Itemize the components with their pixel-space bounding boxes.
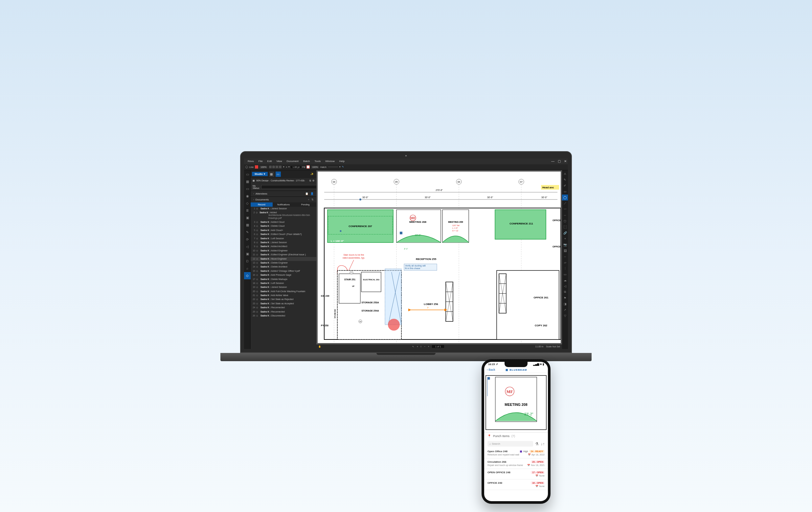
- scale-status[interactable]: Scale Not Set: [546, 345, 560, 348]
- grid-icon[interactable]: ▦: [253, 179, 255, 182]
- callout-tool-icon[interactable]: ◁: [562, 283, 568, 289]
- line-color-swatch[interactable]: [255, 165, 258, 169]
- cursor-icon[interactable]: ⌖: [417, 345, 418, 348]
- pen-tool-icon[interactable]: ✎: [342, 166, 344, 168]
- record-row[interactable]: 15 ◇ Sadra K : Added 'Chicago Office V.p…: [251, 269, 316, 273]
- layers-icon[interactable]: ≣: [244, 207, 251, 214]
- chevron-down-icon[interactable]: ▾: [283, 166, 285, 168]
- snapshot-tool-icon[interactable]: 📷: [562, 242, 568, 248]
- text-select-icon[interactable]: I: [421, 345, 422, 348]
- fill-opacity[interactable]: 100%: [311, 166, 319, 169]
- polygon-tool-icon[interactable]: ⬠: [562, 218, 568, 224]
- record-row[interactable]: 17 ◇ Sadra K : Delete Markups: [251, 277, 316, 281]
- dimension-tool-icon[interactable]: ↔: [562, 212, 568, 218]
- zoom-out-icon[interactable]: −: [424, 345, 425, 348]
- sessions-icon[interactable]: ▦: [269, 172, 274, 177]
- record-row[interactable]: 1 ◇ Sadra K : Joined Session: [251, 207, 316, 211]
- links-icon[interactable]: ⟳: [244, 236, 251, 243]
- record-row[interactable]: 12 ◇ Sadra K : Move Engineer: [251, 257, 316, 261]
- chevron-down-icon[interactable]: ▾: [339, 166, 341, 168]
- record-row[interactable]: 14 ◇ Sadra K : Delete Architect: [251, 265, 316, 269]
- more-tool-icon[interactable]: ▽: [562, 313, 568, 319]
- record-row[interactable]: 22 ◇ Sadra K : Set State as Rejected: [251, 297, 316, 301]
- punch-item[interactable]: Circulation 266 23 - OPEN Repair and tou…: [484, 458, 548, 469]
- maximize-icon[interactable]: ▢: [558, 160, 561, 163]
- record-row[interactable]: 10 ◇ Sadra K : Added Engineer: [251, 249, 316, 253]
- sort-icon[interactable]: ⇅: [311, 198, 314, 201]
- zoom-in-icon[interactable]: +: [428, 345, 429, 348]
- record-row[interactable]: 18 ◇ Sadra K : Left Session: [251, 281, 316, 285]
- record-row[interactable]: 7 ◇ Sadra K : Left Session: [251, 237, 316, 240]
- forms-icon[interactable]: ▦: [244, 222, 251, 229]
- punch-item[interactable]: OPEN OFFICE 248 17 - OPEN 📅 None: [484, 469, 548, 480]
- blue-handle[interactable]: [359, 198, 361, 200]
- line-tool-icon[interactable]: ／: [562, 200, 568, 206]
- projects-icon[interactable]: ▭: [276, 172, 281, 177]
- arrow-tool-icon[interactable]: ↗: [562, 307, 568, 313]
- measure-length-icon[interactable]: ↔: [562, 254, 568, 260]
- rectangle-sketch-icon[interactable]: ▭: [562, 272, 568, 277]
- record-row[interactable]: 21 ◇ Sadra K : Add Airline Valve: [251, 293, 316, 297]
- line-opacity[interactable]: 100%: [260, 166, 267, 169]
- eraser-tool-icon[interactable]: ◨: [562, 301, 568, 307]
- hatch-dropdown[interactable]: [328, 167, 338, 167]
- signatures-icon[interactable]: ✎: [244, 229, 251, 236]
- back-button[interactable]: ‹ Back: [487, 368, 495, 371]
- bookmarks-icon[interactable]: ▭: [244, 186, 251, 193]
- punch-item[interactable]: Open Office 248 High 24 - READY Retextur…: [484, 448, 548, 458]
- record-row[interactable]: 8 ◇ Sadra K : Joined Session: [251, 240, 316, 245]
- record-row[interactable]: 23 ◇ Sadra K : Set State as Accepted: [251, 302, 316, 306]
- arrow-icon[interactable]: ↖: [412, 345, 414, 348]
- search-panel-icon[interactable]: ◇: [244, 200, 251, 207]
- menu-revu[interactable]: Revu: [245, 160, 256, 163]
- crop-tool-icon[interactable]: ⛶: [562, 224, 568, 230]
- attendees-row[interactable]: › Attendees 📋👤: [251, 191, 316, 197]
- documents-row[interactable]: › Documents +⇅: [251, 197, 316, 202]
- menu-edit[interactable]: Edit: [265, 160, 274, 163]
- studio-badge[interactable]: Studio ▾: [252, 172, 268, 176]
- record-row[interactable]: 26 ◇ Sadra K : Disconnected: [251, 314, 316, 318]
- polyline-tool-icon[interactable]: 〰: [562, 206, 568, 212]
- line-width-input[interactable]: 1.00 pt: [291, 166, 301, 168]
- drawing-canvas[interactable]: 04 05 06 07: [318, 172, 561, 343]
- measurements-icon[interactable]: ◁: [244, 243, 251, 250]
- text-tool-icon[interactable]: A: [562, 171, 568, 177]
- thumbnails-icon[interactable]: ▦: [244, 178, 251, 186]
- line-pattern-picker[interactable]: [269, 165, 282, 169]
- tool-chest-icon[interactable]: ▣: [244, 250, 251, 258]
- highlight-tool-icon[interactable]: ✎: [562, 177, 568, 183]
- clipboard-icon[interactable]: 📋: [305, 192, 309, 195]
- group-tool-icon[interactable]: ⧉: [562, 289, 568, 295]
- blue-ducting-region[interactable]: [385, 269, 401, 325]
- record-row[interactable]: 25 ◇ Sadra K : Reconnected: [251, 310, 316, 314]
- add-doc-icon[interactable]: +: [308, 198, 310, 201]
- measure-area-icon[interactable]: ▱: [562, 260, 568, 265]
- menu-batch[interactable]: Batch: [301, 160, 312, 163]
- record-row[interactable]: 9 ◇ Sadra K : Added Architect: [251, 245, 316, 249]
- page-indicator[interactable]: 1 of 1: [432, 345, 444, 348]
- count-tool-icon[interactable]: ⋮: [562, 265, 568, 272]
- record-row[interactable]: 16 ◇ Sadra K : Add Pressure Gage: [251, 273, 316, 277]
- search-icon[interactable]: ⌕: [244, 265, 251, 272]
- person-icon[interactable]: 👤: [311, 192, 314, 195]
- stamp-tool-icon[interactable]: ⌖: [562, 236, 568, 242]
- record-row[interactable]: 3 ◇ Sadra K : Added Cloud: [251, 220, 316, 224]
- hand-icon[interactable]: ✋: [318, 345, 321, 348]
- filter-icon[interactable]: ⚗: [535, 442, 539, 446]
- record-row[interactable]: 5 ◇ Sadra K : Add Cloud+: [251, 228, 316, 232]
- menu-help[interactable]: Help: [337, 160, 347, 163]
- menu-document[interactable]: Document: [285, 160, 301, 163]
- shape-ellipse-icon[interactable]: ◯: [245, 166, 248, 168]
- menu-view[interactable]: View: [274, 160, 284, 163]
- search-input[interactable]: ⌕ Search: [488, 441, 533, 447]
- phone-drawing-view[interactable]: MF MEETING 208 23'-2": [484, 373, 548, 432]
- rectangle-tool-icon[interactable]: ▭: [562, 189, 568, 195]
- cloud-tool-icon[interactable]: ☁: [562, 277, 568, 283]
- record-row[interactable]: 2 ◇ Sadra K : Added 'Architectural-Struc…: [251, 211, 316, 220]
- menu-file[interactable]: File: [256, 160, 265, 163]
- record-row[interactable]: 19 ◇ Sadra K : Joined Session: [251, 285, 316, 289]
- copy-icon[interactable]: ⧉: [310, 179, 311, 182]
- ellipse-tool-icon[interactable]: ◯: [562, 195, 568, 200]
- sets-icon[interactable]: 🗋: [244, 258, 251, 265]
- tab-record[interactable]: Record: [251, 202, 273, 207]
